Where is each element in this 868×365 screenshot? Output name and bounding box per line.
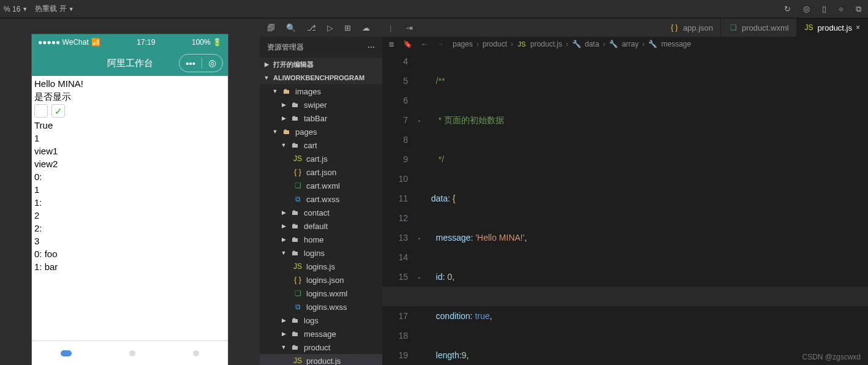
js-icon: JS <box>293 356 303 365</box>
explorer-title: 资源管理器 <box>267 42 304 53</box>
editor: ≣ 🔖 ← → pages› product› JSproduct.js› 🔧d… <box>382 37 868 365</box>
more-icon[interactable]: ⋯ <box>368 43 375 51</box>
code-content[interactable]: /** * 页面的初始数据 */ data: { message: 'Hello… <box>426 51 868 365</box>
text-line: 2 <box>34 209 225 222</box>
symbol-icon: 🔧 <box>572 40 581 48</box>
phone-tabbar <box>32 341 228 365</box>
files-icon[interactable]: 🗐 <box>267 23 275 32</box>
phone-nav: 阿里工作台 ••• ◎ <box>32 50 228 76</box>
text-line: 1 <box>34 132 225 145</box>
folder-images[interactable]: ▼🖿images <box>260 85 382 98</box>
file-loginswxml[interactable]: ❏logins.wxml <box>260 287 382 300</box>
hot-reload-dropdown[interactable]: 热重载 开▼ <box>35 4 74 14</box>
page-title: 阿里工作台 <box>107 58 153 69</box>
folder-icon: 🖿 <box>290 235 300 244</box>
text-line: 0: foo <box>34 247 225 260</box>
popout-icon[interactable]: ⧉ <box>856 4 861 14</box>
tab-dot[interactable] <box>193 350 199 356</box>
tab-productjs[interactable]: JS product.js × <box>797 18 868 37</box>
menu-capsule[interactable]: ••• ◎ <box>179 54 223 72</box>
phone-status-bar: ●●●●● WeChat📶 17:19 100% 🔋 <box>32 34 228 50</box>
wifi-icon: 📶 <box>91 38 100 47</box>
file-loginsjs[interactable]: JSlogins.js <box>260 260 382 273</box>
folder-logs[interactable]: ▶🖿logs <box>260 314 382 327</box>
folder-default[interactable]: ▶🖿default <box>260 219 382 233</box>
refresh-icon[interactable]: ↻ <box>784 4 791 13</box>
file-tree: ▼🖿images ▶🖿swiper ▶🖿tabBar ▼🖿pages ▼🖿car… <box>260 85 382 365</box>
file-productjs[interactable]: JSproduct.js <box>260 354 382 365</box>
file-cartjson[interactable]: { }cart.json <box>260 165 382 179</box>
js-icon: JS <box>517 40 527 48</box>
editor-indicator-icon[interactable]: ≣ <box>388 40 394 48</box>
folder-home[interactable]: ▶🖿home <box>260 233 382 246</box>
symbol-icon: 🔧 <box>648 40 657 48</box>
explorer-sidebar: 资源管理器 ⋯ ▶打开的编辑器 ▼ALIWORKBENCHPROGRAM ▼🖿i… <box>260 37 382 365</box>
wxml-icon: ❏ <box>293 181 303 190</box>
fold-column[interactable]: ⌄ ⌄⌄ <box>417 51 426 365</box>
breadcrumb[interactable]: pages› product› JSproduct.js› 🔧data› 🔧ar… <box>453 40 691 48</box>
text-line: 0: <box>34 170 225 183</box>
device-icon[interactable]: ▯ <box>822 4 826 13</box>
tab-productwxml[interactable]: ❏ product.wxml <box>721 18 797 37</box>
folder-pages[interactable]: ▼🖿pages <box>260 125 382 138</box>
debug-icon[interactable]: ▷ <box>327 23 333 32</box>
file-loginswxss[interactable]: ⧉logins.wxss <box>260 300 382 314</box>
section-project[interactable]: ▼ALIWORKBENCHPROGRAM <box>260 71 382 85</box>
cloud-icon[interactable]: ☁ <box>362 23 370 32</box>
editor-tab-strip: 🗐 🔍 ⎇ ▷ ⊞ ☁ | ⇥ { } app.json ❏ product.w… <box>260 18 868 37</box>
close-icon[interactable]: × <box>856 23 860 32</box>
breadcrumb-row: ≣ 🔖 ← → pages› product› JSproduct.js› 🔧d… <box>382 37 868 51</box>
battery-icon: 🔋 <box>213 38 222 47</box>
symbol-icon: 🔧 <box>609 40 618 48</box>
folder-contact[interactable]: ▶🖿contact <box>260 206 382 219</box>
folder-message[interactable]: ▶🖿message <box>260 327 382 341</box>
text-line: Hello MINA! <box>34 77 225 90</box>
nav-fwd-icon[interactable]: → <box>437 40 444 48</box>
checkbox-checked[interactable]: ✓ <box>51 104 65 118</box>
js-icon: JS <box>293 154 303 163</box>
text-line: 是否显示 <box>34 90 225 103</box>
folder-icon: 🖿 <box>290 114 300 122</box>
tool-icon[interactable]: ⟐ <box>839 4 843 13</box>
wxss-icon: ⧉ <box>293 303 303 311</box>
more-icon[interactable]: ••• <box>186 58 195 69</box>
tab-appjson[interactable]: { } app.json <box>662 18 721 37</box>
folder-swiper[interactable]: ▶🖿swiper <box>260 98 382 111</box>
folder-icon: 🖿 <box>282 127 292 136</box>
code-area[interactable]: 4 5 6 7 8 9 10 11 12 13 14 15 16 17 <box>382 51 868 365</box>
phone-body: Hello MINA! 是否显示 ✓ True 1 view1 view2 0:… <box>32 76 228 341</box>
branch-icon[interactable]: ⎇ <box>307 23 316 32</box>
emulator-panel: ●●●●● WeChat📶 17:19 100% 🔋 阿里工作台 ••• ◎ H… <box>0 18 260 365</box>
search-icon[interactable]: 🔍 <box>286 23 296 32</box>
wxml-icon: ❏ <box>293 289 303 298</box>
app-top-toolbar: % 16▼ 热重载 开▼ ↻ ◎ ▯ ⟐ ⧉ <box>0 0 868 18</box>
folder-logins[interactable]: ▼🖿logins <box>260 246 382 260</box>
file-cartjs[interactable]: JScart.js <box>260 152 382 165</box>
folder-product[interactable]: ▼🖿product <box>260 341 382 354</box>
login-icon[interactable]: ⇥ <box>406 23 413 32</box>
record-icon[interactable]: ◎ <box>803 4 810 13</box>
text-line: 2: <box>34 222 225 235</box>
tab-dot[interactable] <box>129 350 135 356</box>
phone-frame: ●●●●● WeChat📶 17:19 100% 🔋 阿里工作台 ••• ◎ H… <box>32 34 228 365</box>
target-icon[interactable]: ◎ <box>208 58 216 69</box>
file-cartwxml[interactable]: ❏cart.wxml <box>260 179 382 192</box>
bookmark-icon[interactable]: 🔖 <box>403 40 412 48</box>
checkbox-unchecked[interactable] <box>34 104 48 118</box>
folder-tabbar[interactable]: ▶🖿tabBar <box>260 111 382 125</box>
file-cartwxss[interactable]: ⧉cart.wxss <box>260 192 382 206</box>
folder-cart[interactable]: ▼🖿cart <box>260 138 382 152</box>
text-line: 1: <box>34 196 225 209</box>
text-line: view1 <box>34 145 225 157</box>
folder-icon: 🖿 <box>290 343 300 352</box>
section-open-editors[interactable]: ▶打开的编辑器 <box>260 58 382 71</box>
folder-icon: 🖿 <box>282 87 292 96</box>
line-gutter: 4 5 6 7 8 9 10 11 12 13 14 15 16 17 <box>382 51 417 365</box>
nav-back-icon[interactable]: ← <box>421 40 428 48</box>
file-loginsjson[interactable]: { }logins.json <box>260 273 382 287</box>
explorer-header: 资源管理器 ⋯ <box>260 37 382 58</box>
tab-dot-active[interactable] <box>61 350 72 356</box>
extensions-icon[interactable]: ⊞ <box>344 23 351 32</box>
zoom-dropdown[interactable]: % 16▼ <box>4 5 28 13</box>
text-line: 1 <box>34 183 225 196</box>
